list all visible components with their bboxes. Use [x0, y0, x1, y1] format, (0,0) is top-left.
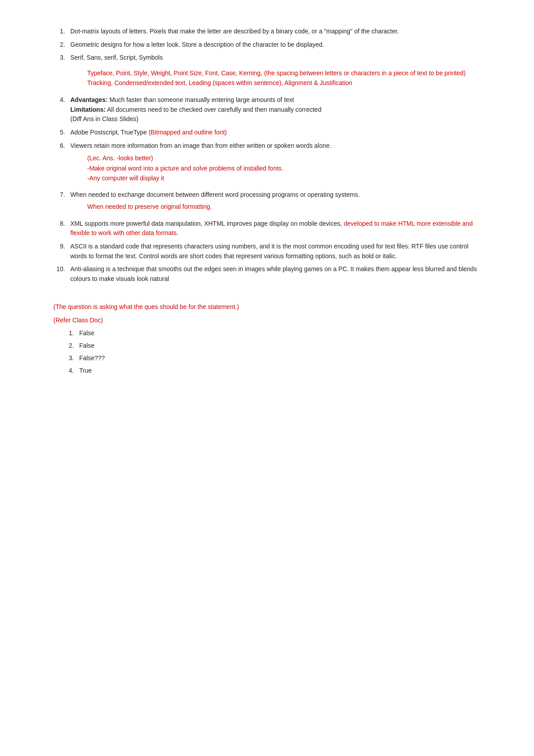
main-ordered-list: Dot-matrix layouts of letters. Pixels th…: [53, 27, 481, 284]
list-item-4: Advantages: Much faster than someone man…: [67, 95, 481, 124]
list-item-6-sub-3: -Any computer will display it: [87, 173, 481, 183]
list-item-7: When needed to exchange document between…: [67, 190, 481, 211]
advantages-label: Advantages:: [70, 96, 108, 103]
bottom-note-1: (The question is asking what the ques sh…: [53, 302, 481, 312]
list-item-6: Viewers retain more information from an …: [67, 141, 481, 183]
list-item-6-sub-1: (Lec. Ans. -looks better): [87, 153, 481, 163]
answer-item-1: False: [76, 329, 481, 338]
answer-3-text: False???: [79, 354, 105, 362]
list-item-6-subnotes: (Lec. Ans. -looks better) -Make original…: [87, 153, 481, 183]
list-item-9-text: ASCII is a standard code that represents…: [70, 243, 469, 260]
list-item-1-text: Dot-matrix layouts of letters. Pixels th…: [70, 28, 399, 35]
limitations-text: All documents need to be checked over ca…: [107, 106, 321, 113]
answer-2-text: False: [79, 342, 94, 349]
highlight-block: Typeface, Point, Style, Weight, Point Si…: [87, 68, 481, 88]
list-item-8-text-before: XML supports more powerful data manipula…: [70, 220, 344, 227]
list-item-2-text: Geometric designs for how a letter look.…: [70, 41, 324, 48]
list-item-8: XML supports more powerful data manipula…: [67, 219, 481, 238]
list-item-7-sub-text: When needed to preserve original formatt…: [87, 203, 212, 210]
answer-item-4: True: [76, 366, 481, 376]
limitations-note: (Diff Ans in Class Slides): [70, 115, 138, 122]
list-item-10-text: Anti-aliasing is a technique that smooth…: [70, 265, 477, 282]
list-item-5-text-before: Adobe Postscript, TrueType: [70, 129, 149, 136]
answer-item-3: False???: [76, 354, 481, 363]
answer-1-text: False: [79, 329, 94, 337]
list-item-7-text: When needed to exchange document between…: [70, 191, 360, 198]
list-item-9: ASCII is a standard code that represents…: [67, 242, 481, 261]
list-item-3: Serif, Sans, serif, Script, Symbols Type…: [67, 53, 481, 88]
answer-list: False False False??? True: [53, 329, 481, 375]
page-content: Dot-matrix layouts of letters. Pixels th…: [53, 27, 481, 375]
list-item-7-subline: When needed to preserve original formatt…: [87, 202, 481, 211]
answer-item-2: False: [76, 341, 481, 351]
highlight-text: Typeface, Point, Style, Weight, Point Si…: [87, 69, 465, 86]
list-item-6-sub-2: -Make original word into a picture and s…: [87, 163, 481, 173]
answer-4-text: True: [79, 367, 92, 374]
bottom-section: (The question is asking what the ques sh…: [53, 302, 481, 376]
bottom-note-2: (Refer Class Doc): [53, 315, 481, 325]
list-item-1: Dot-matrix layouts of letters. Pixels th…: [67, 27, 481, 37]
list-item-5-text-red: (Bitmapped and outline font): [149, 129, 227, 136]
limitations-label: Limitations:: [70, 106, 105, 113]
list-item-2: Geometric designs for how a letter look.…: [67, 40, 481, 50]
advantages-text: Much faster than someone manually enteri…: [109, 96, 294, 103]
list-item-5: Adobe Postscript, TrueType (Bitmapped an…: [67, 128, 481, 138]
list-item-10: Anti-aliasing is a technique that smooth…: [67, 264, 481, 284]
list-item-3-text: Serif, Sans, serif, Script, Symbols: [70, 54, 163, 61]
list-item-6-text: Viewers retain more information from an …: [70, 142, 331, 149]
